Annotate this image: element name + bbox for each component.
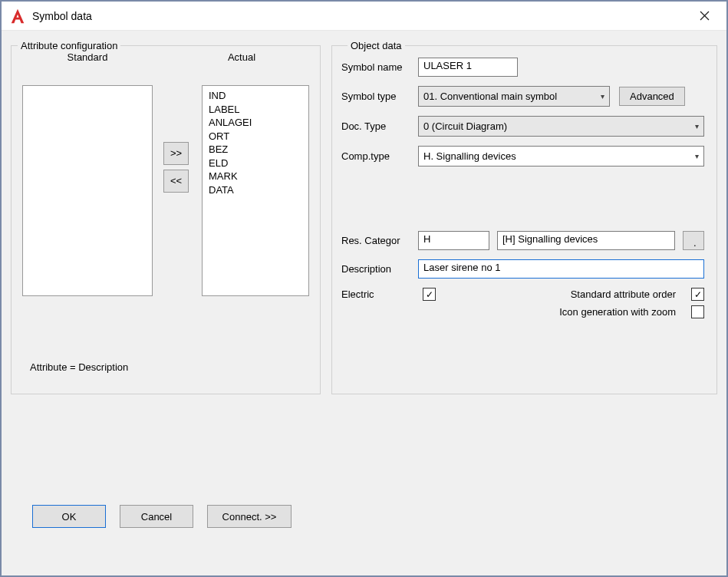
res-categor-code-field[interactable]: H (418, 231, 489, 250)
comp-type-value: H. Signalling devices (423, 150, 516, 162)
window-title: Symbol data (32, 10, 92, 22)
list-item[interactable]: LABEL (209, 103, 302, 117)
doc-type-select[interactable]: 0 (Circuit Diagram) ▾ (418, 116, 704, 137)
comp-type-select[interactable]: H. Signalling devices ▾ (418, 146, 704, 167)
close-button[interactable] (688, 5, 720, 28)
symbol-name-label: Symbol name (341, 61, 418, 73)
electric-checkbox[interactable]: ✓ (423, 288, 436, 301)
res-categor-browse-button[interactable]: . . (683, 231, 704, 250)
list-item[interactable]: DATA (209, 183, 302, 197)
symbol-type-label: Symbol type (341, 91, 418, 102)
title-bar: Symbol data (2, 2, 726, 31)
res-categor-desc-field[interactable]: [H] Signalling devices (497, 231, 675, 250)
electric-label: Electric (341, 288, 418, 300)
object-legend: Object data (348, 40, 405, 51)
attribute-legend: Attribute configuration (18, 40, 120, 51)
chevron-down-icon: ▾ (601, 92, 604, 101)
autocad-icon (9, 8, 26, 25)
cancel-button[interactable]: Cancel (120, 505, 193, 528)
dialog-buttons: OK Cancel Connect. >> (32, 505, 292, 528)
std-attr-order-checkbox[interactable]: ✓ (691, 288, 704, 301)
object-data-panel: Object data Symbol name ULASER 1 Symbol … (331, 40, 717, 394)
doc-type-label: Doc. Type (341, 120, 418, 132)
ok-button[interactable]: OK (32, 505, 106, 528)
attribute-configuration-panel: Attribute configuration Standard Actual … (11, 40, 321, 394)
actual-listbox[interactable]: IND LABEL ANLAGEI ORT BEZ ELD MARK DATA (202, 85, 309, 296)
comp-type-label: Comp.type (341, 150, 418, 162)
dialog-body: Attribute configuration Standard Actual … (2, 31, 726, 575)
move-left-button[interactable]: << (163, 170, 189, 193)
description-field[interactable]: Laser sirene no 1 (418, 259, 704, 279)
move-right-button[interactable]: >> (163, 142, 189, 165)
attribute-footer: Attribute = Description (30, 361, 128, 373)
connect-button[interactable]: Connect. >> (207, 505, 292, 528)
symbol-type-value: 01. Conventional main symbol (423, 91, 557, 102)
list-item[interactable]: BEZ (209, 143, 302, 157)
list-item[interactable]: ANLAGEI (209, 116, 302, 130)
symbol-type-select[interactable]: 01. Conventional main symbol ▾ (418, 86, 610, 107)
std-attr-order-label: Standard attribute order (571, 288, 676, 300)
description-label: Description (341, 263, 418, 275)
attribute-headers: Standard Actual (12, 51, 320, 63)
advanced-button[interactable]: Advanced (619, 87, 685, 106)
list-item[interactable]: IND (209, 89, 302, 103)
icon-gen-checkbox[interactable] (691, 305, 704, 318)
list-item[interactable]: ELD (209, 157, 302, 170)
icon-gen-label: Icon generation with zoom (559, 306, 676, 318)
standard-header: Standard (12, 51, 163, 63)
doc-type-value: 0 (Circuit Diagram) (423, 120, 507, 132)
standard-listbox[interactable] (22, 85, 153, 296)
actual-header: Actual (163, 51, 320, 63)
chevron-down-icon: ▾ (695, 152, 699, 160)
chevron-down-icon: ▾ (695, 122, 699, 130)
list-item[interactable]: MARK (209, 170, 302, 183)
res-categor-label: Res. Categor (341, 235, 418, 246)
symbol-name-field[interactable]: ULASER 1 (418, 58, 518, 77)
list-item[interactable]: ORT (209, 130, 302, 143)
